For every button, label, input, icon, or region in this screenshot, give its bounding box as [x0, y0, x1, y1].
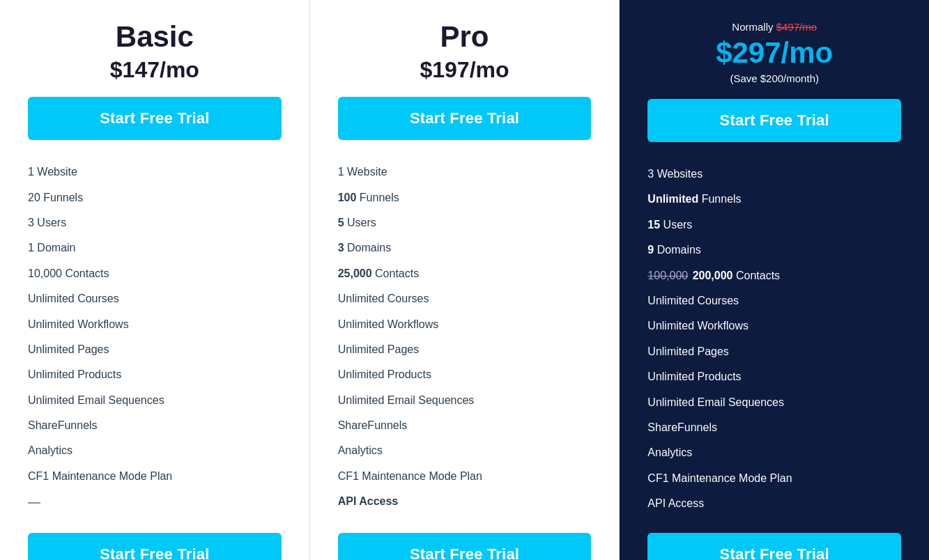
list-item: 100 Funnels: [338, 185, 592, 210]
plan-basic: Basic $147/mo Start Free Trial 1 Website…: [0, 0, 310, 560]
list-item: CF1 Maintenance Mode Plan: [647, 466, 901, 491]
list-item: CF1 Maintenance Mode Plan: [28, 464, 282, 489]
featured-header: Normally $497/mo $297/mo (Save $200/mont…: [647, 21, 901, 85]
list-item: 1 Domain: [28, 235, 282, 260]
normally-text: Normally $497/mo: [732, 21, 817, 33]
list-item: Unlimited Pages: [647, 339, 901, 364]
list-item: CF1 Maintenance Mode Plan: [338, 464, 592, 489]
plan-name: Basic: [28, 21, 282, 53]
plan-name: Pro: [338, 21, 592, 53]
cta-button-bottom[interactable]: Start Free Trial: [338, 533, 592, 560]
list-item: API Access: [338, 489, 592, 514]
list-item: 5 Users: [338, 210, 592, 235]
list-item: 3 Domains: [338, 235, 592, 260]
list-item: 9 Domains: [647, 238, 901, 263]
cta-button-top[interactable]: Start Free Trial: [28, 97, 282, 140]
list-item: Unlimited Funnels: [647, 187, 901, 212]
plan-funnel-hacks: Normally $497/mo $297/mo (Save $200/mont…: [620, 0, 929, 560]
list-item: ShareFunnels: [338, 413, 592, 438]
list-item: Unlimited Pages: [338, 337, 592, 362]
list-item: Unlimited Workflows: [28, 312, 282, 337]
list-item: Analytics: [338, 438, 592, 463]
cta-button-bottom[interactable]: Start Free Trial: [647, 533, 901, 560]
features-list: 3 Websites Unlimited Funnels 15 Users 9 …: [647, 162, 901, 516]
list-item: Unlimited Products: [28, 362, 282, 387]
list-item: 25,000 Contacts: [338, 261, 592, 286]
cta-button-top[interactable]: Start Free Trial: [647, 99, 901, 142]
list-item: 20 Funnels: [28, 185, 282, 210]
list-item: ShareFunnels: [28, 413, 282, 438]
list-item: Unlimited Courses: [338, 286, 592, 311]
list-item: 10,000 Contacts: [28, 261, 282, 286]
cta-button-bottom[interactable]: Start Free Trial: [28, 533, 282, 560]
list-item: 1 Website: [28, 160, 282, 185]
features-list: 1 Website 100 Funnels 5 Users 3 Domains …: [338, 160, 592, 516]
list-item: Unlimited Courses: [28, 286, 282, 311]
list-item: Unlimited Pages: [28, 337, 282, 362]
list-item: 1 Website: [338, 160, 592, 185]
featured-price: $297/mo: [647, 36, 901, 70]
plan-pro: Pro $197/mo Start Free Trial 1 Website 1…: [310, 0, 620, 560]
list-item: Unlimited Email Sequences: [28, 388, 282, 413]
list-item: ShareFunnels: [647, 415, 901, 440]
list-item: Analytics: [28, 438, 282, 463]
list-item: API Access: [647, 491, 901, 516]
list-item: Unlimited Products: [647, 364, 901, 389]
list-item: Unlimited Workflows: [647, 313, 901, 339]
plan-price: $147/mo: [28, 57, 282, 83]
list-item: 3 Websites: [647, 162, 901, 187]
list-item: —: [28, 489, 282, 516]
list-item: Unlimited Products: [338, 362, 592, 387]
list-item: Unlimited Email Sequences: [338, 388, 592, 413]
list-item: Unlimited Email Sequences: [647, 390, 901, 415]
pricing-container: Basic $147/mo Start Free Trial 1 Website…: [0, 0, 929, 560]
normally-price: $497/mo: [776, 21, 817, 33]
list-item: 100,000 200,000 Contacts: [647, 263, 901, 288]
save-text: (Save $200/month): [730, 72, 819, 84]
features-list: 1 Website20 Funnels3 Users1 Domain10,000…: [28, 160, 282, 516]
list-item: Unlimited Courses: [647, 288, 901, 313]
cta-button-top[interactable]: Start Free Trial: [338, 97, 592, 140]
list-item: 15 Users: [647, 212, 901, 238]
plan-price: $197/mo: [338, 57, 592, 83]
list-item: Unlimited Workflows: [338, 312, 592, 337]
list-item: Analytics: [647, 440, 901, 465]
list-item: 3 Users: [28, 210, 282, 235]
